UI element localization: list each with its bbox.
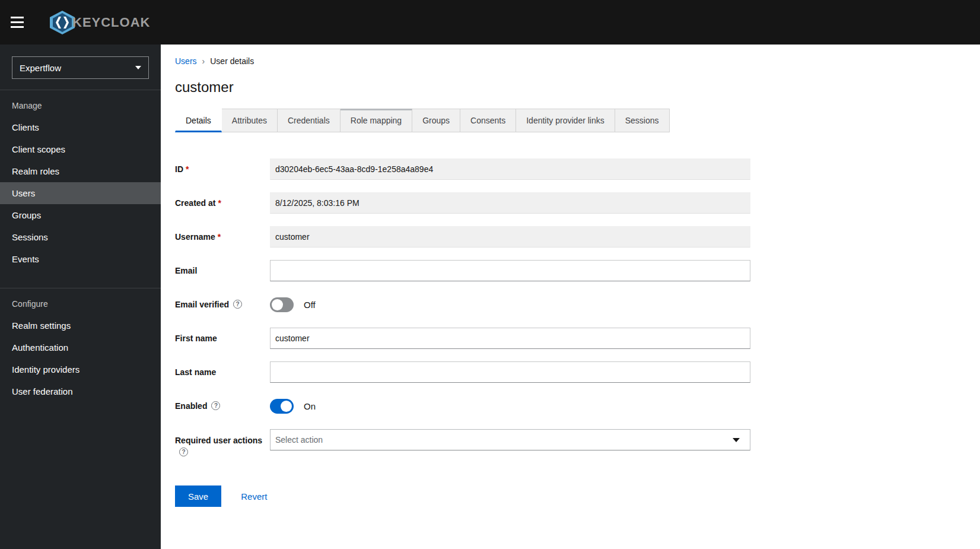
breadcrumb-current: User details xyxy=(210,56,254,66)
tab-bar: Details Attributes Credentials Role mapp… xyxy=(175,109,980,132)
form-row-first-name: First name xyxy=(175,328,980,349)
tab-identity-provider-links[interactable]: Identity provider links xyxy=(516,109,615,132)
created-at-field[interactable] xyxy=(270,192,750,214)
sidebar-item-realm-settings[interactable]: Realm settings xyxy=(0,315,161,337)
sidebar-item-authentication[interactable]: Authentication xyxy=(0,337,161,358)
form-actions: Save Revert xyxy=(175,485,980,507)
enabled-toggle[interactable] xyxy=(270,399,294,414)
user-details-form: ID Created at Username Email xyxy=(175,158,980,507)
form-row-required-user-actions: Required user actions Select action xyxy=(175,429,980,458)
id-label: ID xyxy=(175,163,270,175)
realm-selector-area: Expertflow xyxy=(0,45,161,90)
tab-sessions[interactable]: Sessions xyxy=(615,109,670,132)
sidebar-item-sessions[interactable]: Sessions xyxy=(0,226,161,248)
required-user-actions-select[interactable]: Select action xyxy=(270,429,750,450)
breadcrumb: Users User details xyxy=(175,56,980,66)
last-name-label: Last name xyxy=(175,366,270,378)
help-icon[interactable] xyxy=(179,448,188,456)
tab-details[interactable]: Details xyxy=(175,109,222,132)
realm-name: Expertflow xyxy=(20,63,61,73)
sidebar-item-user-federation[interactable]: User federation xyxy=(0,380,161,402)
brand-wordmark: KEYCLOAK xyxy=(72,15,150,30)
nav-section-title: Manage xyxy=(0,90,161,116)
email-verified-toggle[interactable] xyxy=(270,297,294,312)
last-name-field[interactable] xyxy=(270,361,750,383)
select-placeholder: Select action xyxy=(275,435,323,445)
tab-credentials[interactable]: Credentials xyxy=(278,109,341,132)
enabled-toggle-wrap: On xyxy=(270,399,316,414)
form-row-email: Email xyxy=(175,260,980,281)
save-button[interactable]: Save xyxy=(175,485,221,507)
form-row-username: Username xyxy=(175,226,980,247)
enabled-state: On xyxy=(304,401,316,411)
email-verified-state: Off xyxy=(304,300,316,310)
sidebar-item-events[interactable]: Events xyxy=(0,248,161,270)
form-row-email-verified: Email verified Off xyxy=(175,294,980,315)
form-row-id: ID xyxy=(175,158,980,180)
first-name-label: First name xyxy=(175,332,270,344)
nav-section-configure: Configure Realm settings Authentication … xyxy=(0,288,161,402)
main-content: Users User details customer Details Attr… xyxy=(161,45,980,549)
realm-selector-dropdown[interactable]: Expertflow xyxy=(12,56,149,79)
form-row-last-name: Last name xyxy=(175,361,980,383)
help-icon[interactable] xyxy=(233,300,242,309)
keycloak-logo: KEYCLOAK xyxy=(47,9,150,36)
topbar: KEYCLOAK xyxy=(0,0,980,45)
hamburger-menu-button[interactable] xyxy=(11,11,34,34)
sidebar-item-identity-providers[interactable]: Identity providers xyxy=(0,358,161,380)
tab-role-mapping[interactable]: Role mapping xyxy=(341,109,412,132)
sidebar-nav: Manage Clients Client scopes Realm roles… xyxy=(0,90,161,402)
tab-attributes[interactable]: Attributes xyxy=(222,109,278,132)
username-label: Username xyxy=(175,231,270,243)
username-field[interactable] xyxy=(270,226,750,247)
chevron-down-icon xyxy=(733,438,740,442)
breadcrumb-users-link[interactable]: Users xyxy=(175,56,197,66)
created-at-label: Created at xyxy=(175,197,270,209)
first-name-field[interactable] xyxy=(270,328,750,349)
nav-section-manage: Manage Clients Client scopes Realm roles… xyxy=(0,90,161,270)
id-field[interactable] xyxy=(270,158,750,180)
revert-button[interactable]: Revert xyxy=(241,491,267,502)
sidebar-item-groups[interactable]: Groups xyxy=(0,204,161,226)
email-verified-toggle-wrap: Off xyxy=(270,297,316,312)
form-row-enabled: Enabled On xyxy=(175,395,980,417)
required-asterisk xyxy=(186,164,189,174)
email-verified-label: Email verified xyxy=(175,299,270,310)
nav-section-title: Configure xyxy=(0,288,161,315)
breadcrumb-separator-icon xyxy=(197,56,211,66)
page-title: customer xyxy=(175,79,980,96)
help-icon[interactable] xyxy=(211,401,220,410)
required-user-actions-label: Required user actions xyxy=(175,429,270,458)
sidebar-item-realm-roles[interactable]: Realm roles xyxy=(0,160,161,182)
tab-groups[interactable]: Groups xyxy=(412,109,460,132)
sidebar-item-users[interactable]: Users xyxy=(0,182,161,204)
form-row-created-at: Created at xyxy=(175,192,980,214)
required-asterisk xyxy=(218,232,221,242)
chevron-down-icon xyxy=(135,66,141,69)
enabled-label: Enabled xyxy=(175,400,270,412)
required-asterisk xyxy=(218,198,221,208)
sidebar-item-client-scopes[interactable]: Client scopes xyxy=(0,138,161,160)
sidebar: Expertflow Manage Clients Client scopes … xyxy=(0,45,161,549)
email-label: Email xyxy=(175,265,270,277)
email-field[interactable] xyxy=(270,260,750,281)
tab-consents[interactable]: Consents xyxy=(460,109,516,132)
sidebar-item-clients[interactable]: Clients xyxy=(0,116,161,138)
